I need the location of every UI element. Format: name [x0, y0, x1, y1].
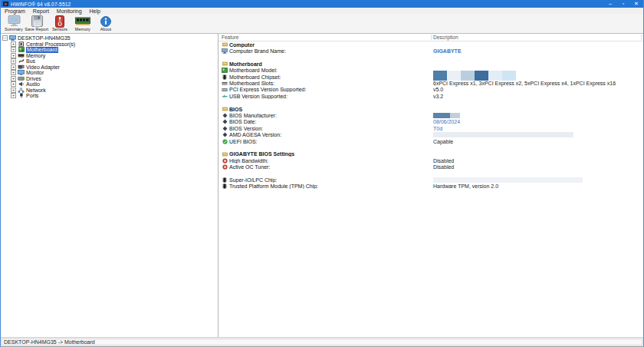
column-divider[interactable]: [431, 35, 432, 40]
tree-item-label: Network: [26, 88, 46, 94]
memory-button[interactable]: Memory: [71, 15, 94, 33]
chip-icon: [222, 183, 228, 189]
feature-cell: BIOS Manufacturer:: [219, 113, 433, 118]
feature-row-motherboard-slots[interactable]: Motherboard Slots:6xPCI Express x1, 3xPC…: [219, 80, 643, 86]
column-header-feature[interactable]: Feature: [219, 35, 238, 40]
expand-plus-icon[interactable]: +: [11, 41, 16, 47]
collapse-expander-icon[interactable]: –: [2, 35, 8, 41]
feature-cell: Super-IO/LPC Chip:: [219, 177, 433, 183]
about-info-icon: [100, 15, 111, 27]
section-header-gigabyte-bios-settings[interactable]: GIGABYTE BIOS Settings: [219, 151, 643, 157]
column-header-description[interactable]: Description: [433, 34, 458, 41]
feature-cell: Motherboard Slots:: [219, 81, 433, 86]
feature-cell: Motherboard Model:: [219, 68, 433, 73]
sidebar-item-audio[interactable]: +Audio: [2, 81, 218, 88]
spacer-row: [219, 55, 643, 61]
menu-item-report[interactable]: Report: [29, 8, 53, 15]
menu-item-monitoring[interactable]: Monitoring: [53, 8, 86, 15]
sidebar-item-network[interactable]: +Network: [2, 88, 218, 94]
section-icon: [222, 42, 228, 48]
tree-item-label: Motherboard: [26, 47, 58, 53]
description-value: T0d: [433, 126, 442, 131]
slots-icon: [222, 81, 228, 86]
sidebar-item-bus[interactable]: +Bus: [2, 58, 218, 64]
tree-root-label: DESKTOP-HN4MG35: [18, 35, 71, 41]
feature-row-bios-manufacturer[interactable]: BIOS Manufacturer:: [219, 112, 643, 118]
feature-row-trusted-platform-module-tpm-chip[interactable]: Trusted Platform Module (TPM) Chip:Hardw…: [219, 183, 643, 190]
feature-row-active-oc-tuner[interactable]: Active OC Tuner:Disabled: [219, 164, 643, 170]
sidebar-item-memory[interactable]: +Memory: [2, 53, 218, 59]
section-header-bios[interactable]: BIOS: [219, 106, 643, 112]
description-value: 6xPCI Express x1, 3xPCI Express x2, 5xPC…: [433, 81, 616, 86]
feature-row-motherboard-chipset[interactable]: Motherboard Chipset:: [219, 74, 643, 80]
diamond-icon: [222, 119, 228, 124]
feature-label: BIOS Manufacturer:: [229, 113, 277, 118]
section-header-motherboard[interactable]: Motherboard: [219, 61, 643, 67]
feature-row-bios-date[interactable]: BIOS Date:08/06/2024: [219, 119, 643, 125]
redaction-block: [433, 71, 447, 81]
menu-item-program[interactable]: Program: [1, 8, 29, 15]
expand-plus-icon[interactable]: +: [11, 76, 16, 81]
drives-icon: [18, 76, 25, 81]
menu-bar: ProgramReportMonitoringHelp: [1, 8, 643, 15]
feature-row-uefi-bios[interactable]: UEFI BIOS:Capable: [219, 138, 643, 144]
maximize-button[interactable]: ▫: [620, 1, 626, 7]
sidebar-item-drives[interactable]: +Drives: [2, 76, 218, 82]
sidebar-item-video-adapter[interactable]: +Video Adapter: [2, 64, 218, 71]
tree-item-label: Bus: [26, 58, 35, 64]
expand-plus-icon[interactable]: +: [11, 70, 16, 75]
feature-row-super-io-lpc-chip[interactable]: Super-IO/LPC Chip:: [219, 177, 643, 183]
tree-item-label: Audio: [26, 81, 40, 88]
sidebar-item-central-processor-s-[interactable]: +Central Processor(s): [2, 41, 218, 48]
tree-root-desktop-hn4mg35[interactable]: –DESKTOP-HN4MG35: [2, 35, 218, 41]
redacted-value-blocks: [433, 132, 573, 137]
menu-item-help[interactable]: Help: [86, 8, 104, 15]
bus-icon: [18, 58, 25, 64]
redaction-block: [488, 71, 502, 81]
expand-plus-icon[interactable]: +: [11, 47, 16, 52]
expand-plus-icon[interactable]: +: [11, 53, 16, 58]
expand-plus-icon[interactable]: +: [11, 88, 16, 93]
feature-row-bios-version[interactable]: BIOS Version:T0d: [219, 125, 643, 131]
feature-cell: Computer Brand Name:: [219, 48, 433, 54]
feature-cell: High Bandwidth:: [219, 158, 433, 164]
feature-label: PCI Express Version Supported:: [229, 87, 306, 92]
sidebar-item-motherboard[interactable]: +Motherboard: [2, 47, 218, 53]
usb-icon: [222, 94, 228, 99]
about-button[interactable]: About: [94, 15, 117, 33]
save-report-button[interactable]: Save Report: [25, 15, 48, 33]
redaction-block: [475, 71, 488, 81]
main-area: –DESKTOP-HN4MG35+Central Processor(s)+Mo…: [1, 34, 643, 337]
redaction-block: [433, 177, 583, 183]
sidebar-item-monitor[interactable]: +Monitor: [2, 70, 218, 76]
diamond-icon: [222, 126, 228, 131]
feature-row-pci-express-version-supported[interactable]: PCI Express Version Supported:v5.0: [219, 87, 643, 93]
feature-row-high-bandwidth[interactable]: High Bandwidth:Disabled: [219, 157, 643, 164]
list-column-headers: Feature Description: [219, 34, 643, 41]
feature-row-computer-brand-name[interactable]: Computer Brand Name:GIGABYTE: [219, 48, 643, 54]
expand-plus-icon[interactable]: +: [11, 58, 16, 64]
column-divider[interactable]: [641, 35, 642, 40]
video-adapter-icon: [18, 64, 25, 70]
expand-plus-icon[interactable]: +: [11, 93, 16, 98]
section-header-computer[interactable]: Computer: [219, 41, 643, 48]
toolbar: SummarySave ReportSensorsMemoryAbout: [1, 15, 643, 34]
feature-row-amd-agesa-version[interactable]: AMD AGESA Version:: [219, 131, 643, 137]
redaction-block: [433, 113, 450, 118]
feature-label: BIOS Version:: [229, 126, 263, 131]
minimize-button[interactable]: –: [607, 1, 613, 7]
expand-plus-icon[interactable]: +: [11, 81, 16, 87]
redaction-block: [450, 113, 460, 118]
feature-row-usb-version-supported[interactable]: USB Version Supported:v3.2: [219, 93, 643, 99]
close-button[interactable]: ✕: [633, 1, 639, 7]
motherboard-small-icon: [222, 68, 228, 73]
sidebar-item-ports[interactable]: +Ports: [2, 93, 218, 99]
sensors-button[interactable]: Sensors: [48, 15, 71, 33]
feature-row-motherboard-model[interactable]: Motherboard Model:: [219, 68, 643, 74]
toolbar-button-label: Sensors: [52, 27, 67, 31]
tree-item-label: Video Adapter: [26, 64, 60, 71]
summary-button[interactable]: Summary: [2, 15, 25, 33]
memory-ram-icon: [75, 15, 90, 27]
monitor-icon: [18, 70, 25, 75]
expand-plus-icon[interactable]: +: [11, 64, 16, 70]
